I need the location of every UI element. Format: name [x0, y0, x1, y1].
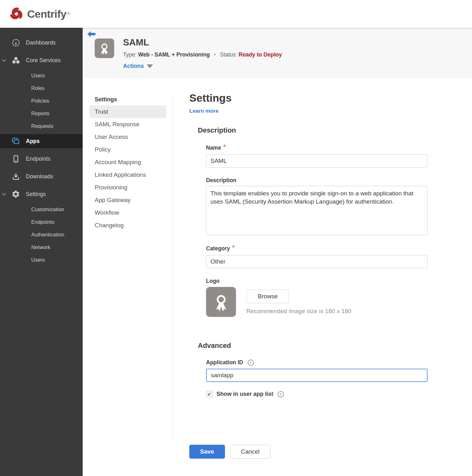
- info-icon[interactable]: i: [248, 360, 254, 366]
- sidebar-item-authentication[interactable]: Authentication: [0, 228, 83, 241]
- gauge-icon: [11, 39, 20, 47]
- top-bar: Centrify ®: [0, 0, 472, 28]
- subnav-item-user-access[interactable]: User Access: [89, 131, 166, 143]
- logo-label: Logo: [206, 278, 220, 284]
- brand-trademark: ®: [67, 12, 70, 16]
- sidebar-item-label: Apps: [26, 138, 40, 145]
- name-label: Name: [206, 145, 221, 151]
- sidebar-item-downloads[interactable]: Downloads: [0, 168, 83, 185]
- download-icon: [11, 172, 20, 181]
- save-button[interactable]: Save: [189, 445, 225, 459]
- sidebar-item-requests[interactable]: Requests: [0, 120, 83, 132]
- sidebar: Dashboards Core Services Users Roles Pol…: [0, 28, 83, 476]
- subnav-item-saml-response[interactable]: SAML Response: [89, 118, 166, 131]
- settings-panel: Settings Learn more Description Name * D…: [173, 78, 472, 476]
- name-field[interactable]: [206, 154, 428, 168]
- tablet-icon: [11, 155, 20, 163]
- learn-more-link[interactable]: Learn more: [189, 108, 219, 114]
- info-icon[interactable]: i: [278, 391, 284, 397]
- application-id-label: Application ID: [206, 359, 243, 366]
- advanced-section-title: Advanced: [198, 342, 472, 350]
- page-title: Settings: [189, 92, 472, 104]
- subnav-item-trust[interactable]: Trust: [89, 105, 166, 118]
- sidebar-item-roles[interactable]: Roles: [0, 82, 83, 94]
- sidebar-item-customization[interactable]: Customization: [0, 203, 83, 216]
- sidebar-item-settings[interactable]: Settings: [0, 185, 83, 203]
- description-label: Description: [206, 177, 236, 184]
- sidebar-item-users[interactable]: Users: [0, 69, 83, 82]
- sidebar-item-label: Dashboards: [26, 39, 56, 46]
- type-label: Type:: [123, 51, 137, 58]
- back-arrow-icon[interactable]: [87, 31, 96, 38]
- category-label: Category: [206, 245, 230, 252]
- sidebar-item-label: Core Services: [26, 57, 61, 64]
- subnav-item-policy[interactable]: Policy: [89, 143, 166, 156]
- app-title: SAML: [123, 37, 282, 48]
- subnav-item-workflow[interactable]: Workflow: [89, 206, 166, 219]
- sidebar-item-apps[interactable]: Apps: [0, 134, 83, 149]
- checkmark-icon: ✔: [207, 391, 211, 397]
- status-label: Status:: [220, 51, 237, 58]
- cancel-button[interactable]: Cancel: [230, 445, 270, 459]
- sidebar-item-label: Downloads: [26, 173, 53, 180]
- chevron-down-icon[interactable]: [2, 57, 6, 64]
- award-ribbon-icon: [211, 292, 232, 312]
- application-id-field[interactable]: [206, 369, 428, 382]
- sidebar-item-label: Endpoints: [26, 156, 50, 162]
- subnav-header: Settings: [95, 93, 173, 105]
- sidebar-item-reports[interactable]: Reports: [0, 107, 83, 120]
- type-value: Web - SAML + Provisioning: [138, 51, 210, 58]
- sidebar-item-network[interactable]: Network: [0, 241, 83, 253]
- chevron-down-icon[interactable]: [2, 191, 6, 198]
- sidebar-item-core-services[interactable]: Core Services: [0, 51, 83, 69]
- sidebar-item-endpoints-settings[interactable]: Endpoints: [0, 216, 83, 228]
- description-section-title: Description: [198, 126, 472, 134]
- logo-preview: [206, 287, 236, 317]
- centrify-logo-icon: [9, 6, 24, 21]
- subnav-item-app-gateway[interactable]: App Gateway: [89, 194, 166, 206]
- show-in-user-app-list-label: Show in user app list: [216, 391, 273, 397]
- app-meta-row: Type: Web - SAML + Provisioning • Status…: [123, 51, 282, 58]
- description-field[interactable]: This template enables you to provide sin…: [206, 186, 428, 235]
- browse-button[interactable]: Browse: [246, 289, 289, 303]
- core-services-icon: [11, 56, 20, 65]
- sidebar-item-label: Settings: [26, 191, 46, 198]
- sidebar-item-policies[interactable]: Policies: [0, 94, 83, 107]
- app-logo-thumbnail: [95, 39, 114, 58]
- subnav-item-changelog[interactable]: Changelog: [89, 219, 166, 232]
- logo-size-hint: Recommended image size is 180 x 180: [246, 308, 351, 315]
- subnav-item-provisioning[interactable]: Provisioning: [89, 181, 166, 194]
- actions-label: Actions: [123, 63, 144, 69]
- settings-subnav: Settings Trust SAML Response User Access…: [83, 78, 173, 476]
- actions-dropdown[interactable]: Actions: [123, 63, 282, 69]
- gear-icon: [11, 190, 20, 199]
- brand-name: Centrify: [27, 8, 66, 20]
- category-field[interactable]: [206, 255, 428, 268]
- status-badge: Ready to Deploy: [239, 51, 282, 58]
- required-asterisk: *: [232, 244, 235, 251]
- award-ribbon-icon: [97, 41, 112, 56]
- apps-icon: [11, 137, 20, 145]
- sidebar-item-users-settings[interactable]: Users: [0, 253, 83, 266]
- sidebar-item-dashboards[interactable]: Dashboards: [0, 34, 83, 51]
- subnav-item-linked-applications[interactable]: Linked Applications: [89, 169, 166, 181]
- sidebar-item-endpoints[interactable]: Endpoints: [0, 150, 83, 168]
- subnav-item-account-mapping[interactable]: Account Mapping: [89, 156, 166, 169]
- dropdown-triangle-icon: [147, 64, 153, 68]
- dot-separator: •: [214, 51, 216, 58]
- required-asterisk: *: [223, 143, 226, 151]
- show-in-user-app-list-checkbox[interactable]: ✔: [206, 391, 213, 397]
- app-header-band: SAML Type: Web - SAML + Provisioning • S…: [83, 28, 472, 78]
